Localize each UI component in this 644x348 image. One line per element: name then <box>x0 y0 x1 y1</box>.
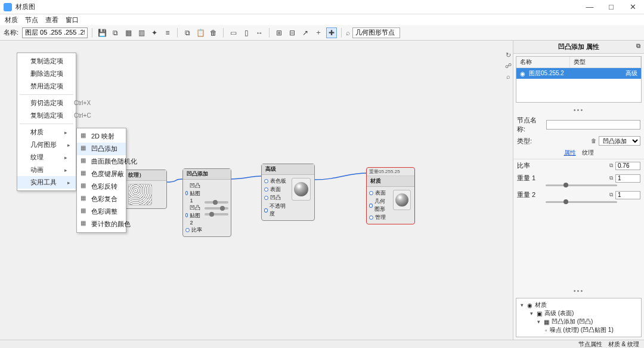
node-material[interactable]: 重量05.255.25 材质 表面 几何图形 管理 <box>366 167 415 224</box>
window-maximize-button[interactable]: □ <box>606 2 617 11</box>
port-icon[interactable] <box>264 196 268 200</box>
ctx-disable-selection[interactable]: 禁用选定项 <box>17 80 76 93</box>
tool-layout2-icon[interactable]: ▯ <box>241 27 252 38</box>
material-preview <box>292 178 311 201</box>
status-node-props[interactable]: 节点属性 <box>578 340 602 349</box>
slider[interactable] <box>205 201 228 204</box>
ctx-cut-selection[interactable]: 剪切选定项Ctrl+X <box>17 97 76 109</box>
weight1-slider[interactable] <box>546 184 617 186</box>
slider[interactable] <box>205 207 228 210</box>
panel-title: 凹凸添加 属性 <box>558 43 599 50</box>
sub-color-invert[interactable]: ▦色彩反转 <box>77 180 126 193</box>
port-icon[interactable] <box>264 187 268 192</box>
node-advanced[interactable]: 高级 表色板 表面 凹凸 不透明度 <box>261 164 315 221</box>
link-icon[interactable]: ⧉ <box>609 175 613 181</box>
panel-popout-icon[interactable]: ⧉ <box>636 42 640 50</box>
cube-icon: ▣ <box>537 310 542 317</box>
node-canvas[interactable]: 纹理） 凹凸添加 凹凸贴图 1 凹凸贴图 2 比率 <box>0 41 513 340</box>
texture-preview <box>128 184 152 205</box>
prop-weight1-value[interactable] <box>615 174 640 183</box>
ctx-sub-animation[interactable]: 动画 <box>17 164 76 176</box>
prop-ratio-value[interactable] <box>615 162 640 170</box>
tree-toggle-icon[interactable]: ▾ <box>528 310 534 316</box>
tool-save-icon[interactable]: 💾 <box>97 27 107 38</box>
ctx-sub-texture[interactable]: 纹理 <box>17 151 76 164</box>
name-input[interactable] <box>22 27 88 38</box>
menu-window[interactable]: 窗口 <box>66 16 79 24</box>
menu-node[interactable]: 节点 <box>25 16 38 24</box>
tool-fit-icon[interactable]: ▦ <box>123 27 134 38</box>
ctx-sub-material[interactable]: 材质 <box>17 126 76 138</box>
menu-material[interactable]: 材质 <box>5 16 18 24</box>
link-icon[interactable]: ⧉ <box>609 162 613 169</box>
node-search-input[interactable] <box>352 27 400 38</box>
ctx-copy-selection[interactable]: 复制选定项 <box>17 55 76 67</box>
port-icon[interactable] <box>369 191 373 195</box>
tool-ungroup-icon[interactable]: ⊟ <box>287 27 298 38</box>
material-tree[interactable]: ▾◉材质 ▾▣高级 (表面) ▾▦凹凸添加 (凹凸) ▫噪点 (纹理) (凹凸贴… <box>516 298 642 337</box>
panel-side-icons: ↻ ☍ ⌕ <box>504 51 512 81</box>
tool-grid-icon[interactable]: ▥ <box>136 27 147 38</box>
tree-toggle-icon[interactable]: ▾ <box>535 319 541 325</box>
sub-chroma-key-mask[interactable]: ▦色度键屏蔽 <box>77 168 126 180</box>
globe-icon: ◉ <box>527 302 532 309</box>
tree-toggle-icon[interactable]: ▾ <box>519 302 525 308</box>
prop-weight2-value[interactable] <box>615 191 640 199</box>
port-icon[interactable] <box>264 179 268 183</box>
tool-layout1-icon[interactable]: ▭ <box>228 27 239 38</box>
ctx-sub-geometry[interactable]: 几何图形 <box>17 138 76 151</box>
node-name-input[interactable] <box>546 120 640 130</box>
tool-plus-icon[interactable]: ＋ <box>313 27 324 38</box>
port-icon[interactable] <box>264 208 268 213</box>
window-close-button[interactable]: ✕ <box>627 2 638 11</box>
delete-icon[interactable]: 🗑 <box>591 138 596 144</box>
port-icon[interactable] <box>369 204 373 208</box>
tool-mag-icon[interactable]: ⧉ <box>110 27 120 38</box>
sub-2d-mapping[interactable]: ▦2D 映射 <box>77 130 126 143</box>
node-bump-add[interactable]: 凹凸添加 凹凸贴图 1 凹凸贴图 2 比率 <box>182 168 231 237</box>
tool-align-icon[interactable]: ≡ <box>162 27 173 38</box>
node-type-dropdown[interactable]: 凹凸添加 <box>599 136 640 146</box>
menu-view[interactable]: 查看 <box>45 16 58 24</box>
port-icon[interactable] <box>185 213 188 217</box>
node-texture[interactable]: 纹理） <box>124 170 167 209</box>
tool-add-node-icon[interactable]: ✚ <box>326 27 337 38</box>
port-icon[interactable] <box>185 191 188 195</box>
tool-group-icon[interactable]: ⊞ <box>274 27 284 38</box>
list-item[interactable]: ◉ 图层05.255.2 高级 <box>516 68 641 79</box>
sub-bump-add[interactable]: ▦凹凸添加 <box>77 143 126 155</box>
context-menu: 复制选定项 删除选定项 禁用选定项 剪切选定项Ctrl+X 复制选定项Ctrl+… <box>17 53 76 191</box>
sub-color-to-count[interactable]: ▦要计数的颜色 <box>77 218 126 230</box>
link-icon[interactable]: ⧉ <box>609 192 613 198</box>
slider[interactable] <box>205 213 228 215</box>
status-bar: 节点属性 材质 & 纹理 <box>0 340 644 348</box>
port-icon[interactable] <box>369 215 373 220</box>
panel-search-icon[interactable]: ⌕ <box>504 73 512 81</box>
panel-refresh-icon[interactable]: ↻ <box>504 51 512 60</box>
tool-paste-icon[interactable]: 📋 <box>195 27 206 38</box>
tab-texture[interactable]: 纹理 <box>582 149 594 157</box>
tab-properties[interactable]: 属性 <box>564 149 576 157</box>
tool-arrow-icon[interactable]: ↗ <box>300 27 311 38</box>
sub-color-adjust[interactable]: ▦色彩调整 <box>77 205 126 218</box>
weight2-slider[interactable] <box>546 201 617 203</box>
ctx-copy-selection2[interactable]: 复制选定项Ctrl+C <box>17 109 76 122</box>
ctx-delete-selection[interactable]: 删除选定项 <box>17 67 76 80</box>
node-name-label: 节点名称: <box>517 116 544 134</box>
scene-list[interactable]: 名称 类型 ◉ 图层05.255.2 高级 <box>516 56 642 103</box>
tool-copy-icon[interactable]: ⧉ <box>182 27 193 38</box>
port-icon[interactable] <box>185 228 190 232</box>
tool-snap-icon[interactable]: ✦ <box>149 27 160 38</box>
ctx-sub-utility[interactable]: 实用工具 <box>17 176 76 189</box>
sub-surface-color-random[interactable]: ▦曲面颜色随机化 <box>77 155 126 168</box>
window-minimize-button[interactable]: — <box>584 2 595 11</box>
sub-color-composite[interactable]: ▦色彩复合 <box>77 193 126 205</box>
tool-delete-icon[interactable]: 🗑 <box>208 27 219 38</box>
panel-link-icon[interactable]: ☍ <box>504 62 512 70</box>
node-type-label: 类型: <box>517 137 544 146</box>
tool-link-icon[interactable]: ↔ <box>254 27 265 38</box>
app-icon <box>4 3 12 11</box>
prop-weight2-label: 重量 2 <box>517 190 538 199</box>
status-material-texture[interactable]: 材质 & 纹理 <box>608 340 639 349</box>
name-label: 名称: <box>4 28 18 37</box>
